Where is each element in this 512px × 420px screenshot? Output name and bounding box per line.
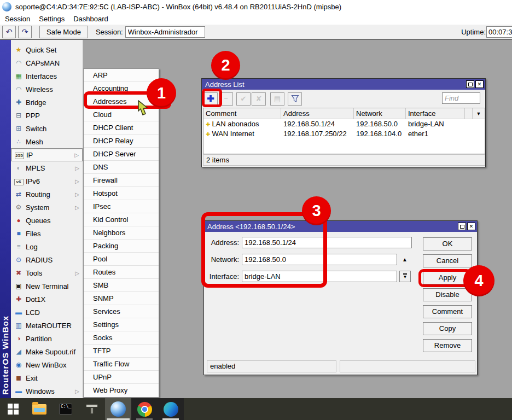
menu-settings[interactable]: Settings — [39, 15, 65, 23]
submenu-item-arp[interactable]: ARP — [84, 69, 159, 82]
redo-arrow-icon: ↷ — [22, 27, 28, 36]
submenu-item-tftp[interactable]: TFTP — [84, 345, 159, 358]
sidebar-item-make-supout-rif[interactable]: ◢Make Supout.rif — [11, 345, 83, 358]
submenu-item-ipsec[interactable]: IPsec — [84, 200, 159, 213]
start-button[interactable] — [0, 398, 26, 420]
submenu-item-neighbors[interactable]: Neighbors — [84, 226, 159, 240]
sidebar-item-ppp[interactable]: ⊟PPP — [11, 109, 83, 122]
submenu-item-dhcp-relay[interactable]: DHCP Relay — [84, 135, 159, 148]
menu-session[interactable]: Session — [5, 15, 30, 23]
sidebar-item-metarouter[interactable]: ▥MetaROUTER — [11, 319, 83, 332]
column-header-address[interactable]: Address — [281, 108, 354, 119]
submenu-item-pool[interactable]: Pool — [84, 253, 159, 266]
safe-mode-button[interactable]: Safe Mode — [39, 26, 88, 38]
sidebar-item-new-winbox[interactable]: ◉New WinBox — [11, 358, 83, 371]
remove-button[interactable]: − — [219, 92, 233, 106]
cancel-button[interactable]: Cancel — [423, 254, 472, 267]
find-input[interactable] — [442, 92, 480, 104]
sidebar-item-routing[interactable]: ⇄Routing▷ — [11, 188, 83, 201]
maximize-icon[interactable] — [466, 80, 474, 88]
submenu-item-kid-control[interactable]: Kid Control — [84, 213, 159, 226]
table-row[interactable]: ✚LAN abonados192.168.50.1/24192.168.50.0… — [203, 119, 485, 129]
disable-button[interactable]: ✘ — [252, 92, 266, 106]
address-list-titlebar[interactable]: Address List — [202, 79, 485, 90]
sidebar-item-interfaces[interactable]: ▦Interfaces — [11, 69, 83, 83]
submenu-item-smb[interactable]: SMB — [84, 279, 159, 292]
sidebar-item-tools[interactable]: ✖Tools▷ — [11, 266, 83, 279]
table-row[interactable]: ✚WAN Internet192.168.107.250/22192.168.1… — [203, 129, 485, 139]
sidebar-item-bridge[interactable]: ✚Bridge — [11, 96, 83, 109]
collapse-up-icon[interactable]: ▲ — [402, 256, 408, 262]
column-header-interface[interactable]: Interface — [406, 108, 465, 119]
taskbar-chrome[interactable] — [131, 398, 158, 420]
disable-button[interactable]: Disable — [423, 288, 472, 301]
sidebar-item-exit[interactable]: ◼Exit — [11, 371, 83, 384]
annotation-step-4: 4 — [463, 265, 494, 296]
interface-dropdown-button[interactable]: ▼ — [399, 271, 411, 282]
app-titlebar: soporte@C4:AD:34:7E:92:5C (LAB-ISP-ABC) … — [0, 0, 512, 13]
submenu-item-traffic-flow[interactable]: Traffic Flow — [84, 358, 159, 371]
submenu-item-dhcp-client[interactable]: DHCP Client — [84, 121, 159, 135]
copy-button[interactable]: Copy — [423, 322, 472, 335]
remove-button[interactable]: Remove — [423, 339, 472, 352]
submenu-item-upnp[interactable]: UPnP — [84, 371, 159, 384]
submenu-item-dhcp-server[interactable]: DHCP Server — [84, 148, 159, 161]
undo-button[interactable]: ↶ — [2, 26, 16, 38]
ok-button[interactable]: OK — [423, 237, 472, 250]
close-icon[interactable]: ✕ — [475, 80, 484, 88]
sidebar-item-mesh[interactable]: ∴Mesh — [11, 135, 83, 148]
sidebar-item-wireless[interactable]: ◠Wireless — [11, 83, 83, 96]
sidebar-item-ip[interactable]: 255IP▷ — [11, 148, 83, 161]
sidebar-item-mpls[interactable]: ◐MPLS▷ — [11, 161, 83, 174]
taskbar-command-prompt[interactable]: C:\_ — [53, 398, 79, 420]
taskbar-winbox[interactable] — [105, 398, 131, 420]
annotation-step-1: 1 — [147, 78, 176, 108]
taskbar-edge[interactable] — [158, 398, 184, 420]
submenu-item-settings[interactable]: Settings — [84, 318, 159, 331]
address-dialog-titlebar[interactable]: Address <192.168.50.1/24> — [204, 221, 477, 232]
redo-button[interactable]: ↷ — [18, 26, 32, 38]
filter-button[interactable] — [288, 92, 302, 106]
sidebar-item-files[interactable]: ■Files — [11, 227, 83, 240]
taskbar-utility-app[interactable] — [79, 398, 105, 420]
submenu-item-routes[interactable]: Routes — [84, 266, 159, 279]
maximize-icon[interactable] — [458, 223, 466, 230]
sidebar-item-windows[interactable]: ▬Windows▷ — [11, 384, 83, 398]
sidebar-item-dot1x[interactable]: ✚Dot1X — [11, 293, 83, 306]
field-input-address[interactable] — [242, 237, 412, 248]
menu-dashboard[interactable]: Dashboard — [73, 15, 108, 23]
field-input-network[interactable] — [242, 254, 397, 265]
submenu-item-snmp[interactable]: SNMP — [84, 292, 159, 305]
submenu-item-services[interactable]: Services — [84, 305, 159, 318]
sidebar-item-ipv6[interactable]: v6IPv6▷ — [11, 174, 83, 188]
field-input-interface[interactable] — [242, 271, 397, 282]
submenu-item-dns[interactable]: DNS — [84, 161, 159, 174]
sidebar-item-label: Wireless — [26, 85, 53, 94]
chevron-right-icon: ▷ — [75, 388, 79, 394]
column-header-comment[interactable]: Comment — [203, 108, 281, 119]
close-icon[interactable]: ✕ — [467, 223, 475, 230]
sidebar-item-quick-set[interactable]: ★Quick Set — [11, 43, 83, 56]
sidebar-item-system[interactable]: ⚙System▷ — [11, 201, 83, 214]
sidebar-item-queues[interactable]: ●Queues — [11, 214, 83, 227]
sidebar-item-lcd[interactable]: ▬LCD — [11, 306, 83, 319]
comment-button[interactable]: ▤ — [270, 92, 284, 106]
sidebar-item-partition[interactable]: ◑Partition — [11, 332, 83, 345]
submenu-item-hotspot[interactable]: Hotspot — [84, 187, 159, 200]
sidebar-item-radius[interactable]: ⊙RADIUS — [11, 253, 83, 266]
column-dropdown-icon[interactable]: ▼ — [473, 108, 485, 119]
sidebar-item-new-terminal[interactable]: ▣New Terminal — [11, 279, 83, 293]
submenu-item-packing[interactable]: Packing — [84, 240, 159, 253]
comment-button[interactable]: Comment — [423, 305, 472, 318]
submenu-item-web-proxy[interactable]: Web Proxy — [84, 384, 159, 397]
submenu-item-firewall[interactable]: Firewall — [84, 174, 159, 187]
enable-button[interactable]: ✔ — [236, 92, 251, 106]
sidebar-item-capsman[interactable]: ◠CAPsMAN — [11, 56, 83, 69]
sidebar-item-switch[interactable]: ⊞Switch — [11, 122, 83, 135]
sidebar-item-log[interactable]: ≡Log — [11, 240, 83, 253]
taskbar-file-explorer[interactable] — [26, 398, 53, 420]
add-button[interactable]: ✚ — [203, 92, 218, 106]
session-field[interactable] — [125, 26, 205, 38]
column-header-network[interactable]: Network — [354, 108, 406, 119]
submenu-item-socks[interactable]: Socks — [84, 331, 159, 345]
